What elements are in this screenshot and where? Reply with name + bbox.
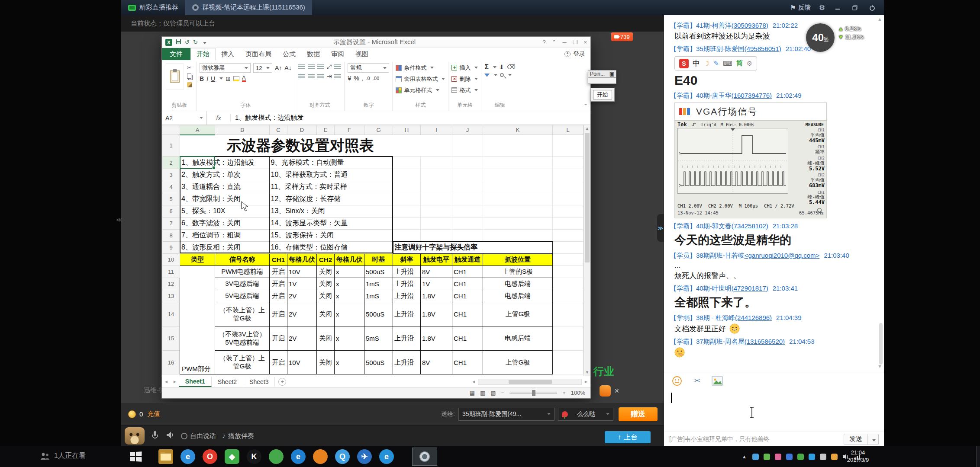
indent-icon[interactable]: ⇥: [327, 73, 332, 80]
table-cell[interactable]: 电感后端: [483, 290, 553, 302]
chat-image-ime-bar[interactable]: S 中 ☽ ✎ ⌨ 简 ⚙: [674, 56, 757, 70]
align-middle-icon[interactable]: [308, 64, 315, 69]
cell[interactable]: [483, 193, 553, 205]
table-cell[interactable]: 上管G极: [483, 302, 553, 326]
popup-icon[interactable]: ✕: [600, 385, 619, 397]
taskbar-active-camera-app[interactable]: [412, 448, 437, 466]
cell[interactable]: [393, 181, 421, 193]
cell-styles-button[interactable]: 单元格样式: [396, 86, 445, 95]
table-cell[interactable]: CH1: [452, 290, 483, 302]
excel-minimize-button[interactable]: ─: [563, 39, 567, 45]
name-box[interactable]: A2: [162, 111, 207, 125]
feedback-button[interactable]: ⚑ 反馈: [790, 3, 811, 12]
cut-icon[interactable]: ✂: [187, 65, 193, 71]
table-header-cell[interactable]: 每格几伏: [335, 254, 364, 266]
table-cell[interactable]: 1.8V: [421, 302, 452, 326]
table-header-cell[interactable]: CH1: [270, 254, 287, 266]
chat-scroll-up-icon[interactable]: ▲: [877, 16, 882, 22]
param-cell[interactable]: 4、带宽限制：关闭: [180, 193, 270, 205]
table-cell[interactable]: 关闭: [317, 290, 335, 302]
qat-dropdown-icon[interactable]: [201, 39, 206, 45]
table-cell[interactable]: 500uS: [364, 351, 393, 374]
recharge-link[interactable]: 充值: [147, 410, 160, 418]
ie-icon[interactable]: e: [181, 449, 195, 464]
format-as-table-button[interactable]: 套用表格格式: [396, 74, 445, 83]
tab-group-video[interactable]: 群视频-笔记本远程上课(115116536): [185, 0, 312, 15]
table-cell[interactable]: 500uS: [364, 302, 393, 326]
table-cell[interactable]: （不装上管）上管G极: [215, 302, 270, 326]
cell[interactable]: [421, 157, 452, 169]
column-header[interactable]: K: [483, 125, 553, 135]
tray-icon-4[interactable]: [786, 454, 793, 460]
hscroll-right-icon[interactable]: ►: [582, 379, 590, 384]
go-on-stage-button[interactable]: ↑上台: [605, 431, 651, 443]
table-cell[interactable]: 关闭: [317, 326, 335, 351]
minimize-button[interactable]: [833, 4, 842, 12]
start-button[interactable]: 开始: [593, 90, 612, 99]
fill-color-icon[interactable]: [233, 76, 239, 81]
cell[interactable]: [421, 135, 452, 157]
cell[interactable]: [393, 205, 421, 218]
tab-live-recommend[interactable]: 精彩直播推荐: [121, 0, 185, 15]
qq-icon[interactable]: Q: [335, 449, 350, 464]
cell[interactable]: [553, 254, 583, 266]
cell[interactable]: [483, 135, 553, 157]
cell[interactable]: [393, 157, 421, 169]
format-cells-button[interactable]: 格式: [451, 86, 478, 95]
horizontal-scrollbar[interactable]: [478, 379, 582, 385]
table-cell[interactable]: 500uS: [364, 266, 393, 278]
row-header[interactable]: 10: [162, 254, 180, 266]
table-cell[interactable]: 关闭: [317, 351, 335, 374]
cell[interactable]: [393, 230, 421, 242]
table-header-cell[interactable]: 时基: [364, 254, 393, 266]
excel-titlebar[interactable]: X ↺ ↻ 示波器设置 - Microsoft Excel ? ⌃ ─ ❒ ×: [162, 37, 590, 48]
align-left-icon[interactable]: [298, 74, 305, 79]
zoom-slider[interactable]: [509, 393, 557, 393]
chat-collapse-handle[interactable]: ≫: [657, 214, 664, 242]
restore-button[interactable]: [850, 4, 860, 12]
messenger-icon[interactable]: ✈: [357, 449, 372, 464]
cell[interactable]: [553, 326, 583, 351]
column-header[interactable]: C: [270, 125, 287, 135]
select-all-corner[interactable]: [162, 125, 180, 135]
table-cell[interactable]: 2V: [287, 290, 317, 302]
add-sheet-button[interactable]: +: [278, 378, 286, 386]
param-cell[interactable]: 12、存储深度：长存储: [270, 193, 393, 205]
table-cell[interactable]: 开启: [270, 302, 287, 326]
table-cell[interactable]: 2V: [287, 326, 317, 351]
param-cell[interactable]: 2、触发方式：单次: [180, 169, 270, 181]
table-cell[interactable]: （不装3V上管）5V电感前端: [215, 326, 270, 351]
table-cell[interactable]: x: [335, 266, 364, 278]
param-cell[interactable]: 16、存储类型：位图存储: [270, 242, 393, 254]
pointer-tool-start[interactable]: 开始: [590, 88, 615, 102]
underline-button[interactable]: U: [211, 75, 215, 82]
font-name-select[interactable]: 微软雅黑: [200, 63, 251, 73]
cell[interactable]: [553, 205, 583, 218]
table-header-cell[interactable]: 斜率: [393, 254, 421, 266]
cell[interactable]: [421, 230, 452, 242]
italic-button[interactable]: I: [206, 75, 208, 82]
currency-icon[interactable]: ¥: [348, 75, 351, 82]
cell[interactable]: [553, 193, 583, 205]
column-header[interactable]: H: [393, 125, 421, 135]
cell[interactable]: [553, 157, 583, 169]
cell[interactable]: [421, 218, 452, 230]
cell[interactable]: [483, 181, 553, 193]
param-cell[interactable]: 13、Sinx/x：关闭: [270, 205, 393, 218]
message-author[interactable]: 【学霸】40期-唐玉华(1607394776)21:02:49: [670, 92, 874, 100]
table-cell[interactable]: 8V: [421, 351, 452, 374]
tray-icon-8[interactable]: [831, 454, 838, 460]
tab-page-layout[interactable]: 页面布局: [240, 48, 277, 60]
column-header[interactable]: I: [421, 125, 452, 135]
param-cell[interactable]: 14、波形显示类型：矢量: [270, 218, 393, 230]
row-header[interactable]: 4: [162, 181, 180, 193]
cell[interactable]: [483, 218, 553, 230]
message-author[interactable]: 【学霸】35期班副-陈爱国(495856051)21:02:40: [670, 45, 874, 53]
column-header[interactable]: B: [215, 125, 270, 135]
cell[interactable]: [421, 193, 452, 205]
speaker-icon[interactable]: [165, 430, 175, 441]
popup-close-icon[interactable]: ✕: [614, 387, 619, 394]
sign-in-button[interactable]: 登录: [564, 48, 590, 60]
table-cell[interactable]: 5mS: [364, 326, 393, 351]
recipient-select[interactable]: 35期班副-陈爱国(49...: [458, 408, 554, 421]
